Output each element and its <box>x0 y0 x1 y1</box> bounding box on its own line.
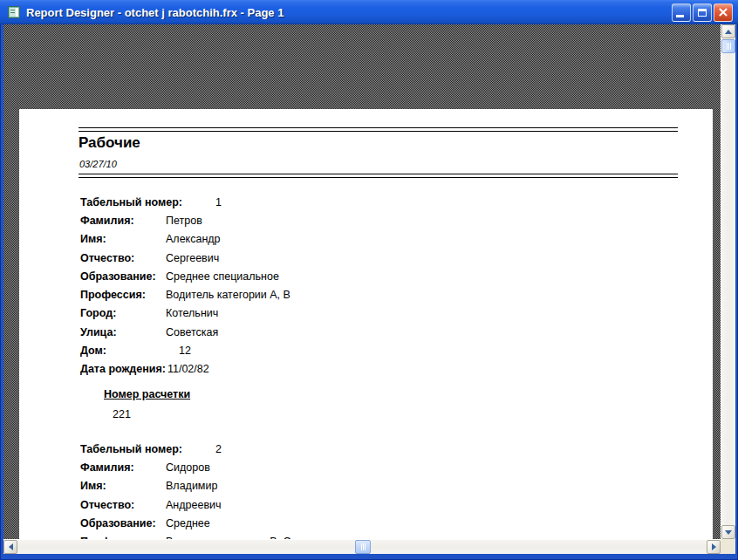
field-value: 12 <box>179 345 191 357</box>
record-1: Табельный номер:1 Фамилия:Петров Имя:Але… <box>80 193 695 379</box>
field-value: Сергеевич <box>166 252 219 264</box>
field-label: Дата рождения: <box>80 363 166 375</box>
field-row: Имя:Александр <box>80 230 695 249</box>
field-label: Образование: <box>80 270 164 283</box>
report-designer-window: Report Designer - otchet j rabotchih.frx… <box>0 0 738 560</box>
field-row: Профессия:Водитель категории А, В <box>80 285 695 304</box>
horizontal-scroll-thumb[interactable] <box>355 540 371 554</box>
header-rule-top <box>79 127 678 132</box>
field-row: Отчество:Сергеевич <box>80 249 695 267</box>
field-value: Советская <box>166 326 218 338</box>
field-value: Владимир <box>166 480 217 492</box>
field-label: Образование: <box>80 517 164 529</box>
field-value: Водитель категории А, В <box>166 289 290 301</box>
chevron-left-icon <box>9 543 13 550</box>
payroll-header: Номер расчетки <box>104 388 190 400</box>
payroll-number: 221 <box>113 408 131 420</box>
field-value: Котельнич <box>166 307 218 319</box>
chevron-up-icon <box>725 30 732 34</box>
scroll-down-button[interactable] <box>721 525 735 539</box>
field-row: Фамилия:Сидоров <box>80 458 695 476</box>
field-label: Отчество: <box>80 499 164 511</box>
chevron-down-icon <box>725 530 732 535</box>
field-value: 2 <box>215 443 222 455</box>
titlebar[interactable]: Report Designer - otchet j rabotchih.frx… <box>0 0 738 24</box>
field-label: Табельный номер: <box>80 443 182 455</box>
field-label: Имя: <box>80 233 164 245</box>
minimize-icon <box>676 15 684 17</box>
scroll-up-button[interactable] <box>721 24 735 38</box>
scrollbar-corner <box>721 539 735 554</box>
field-row: Табельный номер:2 <box>80 440 695 458</box>
field-label: Город: <box>80 307 164 319</box>
field-label: Отчество: <box>80 252 164 264</box>
maximize-icon <box>698 9 707 17</box>
field-value: Андреевич <box>166 499 222 511</box>
field-row: Улица:Советская <box>80 323 695 341</box>
field-value: Александр <box>166 233 221 245</box>
chevron-right-icon <box>712 543 716 550</box>
window-title: Report Designer - otchet j rabotchih.frx… <box>26 6 672 19</box>
field-row: Дом:12 <box>80 341 695 359</box>
field-row: Фамилия:Петров <box>80 211 695 229</box>
report-preview-area: Рабочие 03/27/10 Табельный номер:1 Фамил… <box>3 24 721 539</box>
field-row: Образование:Среднее специальное <box>80 267 695 285</box>
vertical-scrollbar[interactable] <box>721 24 735 539</box>
window-body: Рабочие 03/27/10 Табельный номер:1 Фамил… <box>3 24 735 554</box>
record-2: Табельный номер:2 Фамилия:Сидоров Имя:Вл… <box>80 440 695 539</box>
thumb-grip-icon <box>722 40 735 52</box>
field-label: Табельный номер: <box>80 196 182 208</box>
field-row: Дата рождения:11/02/82 <box>80 360 695 379</box>
field-row: Город:Котельнич <box>80 304 695 323</box>
report-document-icon <box>7 5 21 19</box>
maximize-button[interactable] <box>693 3 712 22</box>
header-rule-bottom <box>79 174 678 178</box>
report-title: Рабочие <box>79 134 140 152</box>
field-value: 1 <box>215 196 222 208</box>
field-label: Улица: <box>80 326 164 338</box>
field-label: Профессия: <box>80 289 164 301</box>
scroll-right-button[interactable] <box>707 540 721 554</box>
field-row: Табельный номер:1 <box>80 193 695 211</box>
report-page: Рабочие 03/27/10 Табельный номер:1 Фамил… <box>19 109 713 539</box>
field-value: Петров <box>166 215 202 227</box>
horizontal-scrollbar[interactable] <box>3 539 721 554</box>
minimize-button[interactable] <box>672 3 691 22</box>
close-icon <box>718 7 728 17</box>
field-row: Профессия:Водитель категории В, С <box>80 532 695 539</box>
field-label: Дом: <box>80 345 164 357</box>
field-row: Образование:Среднее <box>80 514 695 532</box>
field-value: Среднее <box>166 517 210 529</box>
field-label: Имя: <box>80 480 164 492</box>
close-button[interactable] <box>714 3 733 22</box>
field-value: Сидоров <box>166 461 210 474</box>
thumb-grip-icon <box>356 541 370 553</box>
vertical-scroll-thumb[interactable] <box>721 39 735 53</box>
field-row: Имя:Владимир <box>80 477 695 495</box>
window-controls <box>672 3 733 22</box>
field-value: Среднее специальное <box>166 270 279 283</box>
field-row: Отчество:Андреевич <box>80 495 695 514</box>
field-label: Фамилия: <box>80 215 164 227</box>
scroll-left-button[interactable] <box>3 540 17 554</box>
field-label: Фамилия: <box>80 461 164 474</box>
field-value: 11/02/82 <box>167 363 209 375</box>
report-date: 03/27/10 <box>79 159 117 169</box>
